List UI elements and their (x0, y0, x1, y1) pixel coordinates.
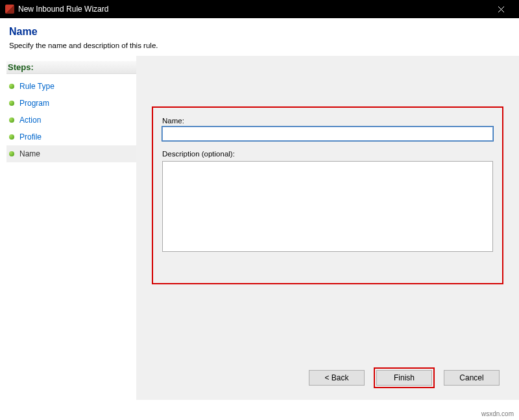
wizard-content: Name: Description (optional): < Back Fin… (136, 56, 519, 400)
watermark: wsxdn.com (481, 410, 514, 417)
description-input[interactable] (162, 161, 493, 252)
step-bullet-icon (9, 101, 14, 106)
close-icon (498, 6, 505, 13)
name-input[interactable] (162, 127, 493, 141)
step-bullet-icon (9, 151, 14, 156)
step-label: Rule Type (19, 82, 54, 91)
step-bullet-icon (9, 134, 14, 140)
description-label: Description (optional): (162, 150, 493, 158)
window-title: New Inbound Rule Wizard (18, 5, 108, 14)
page-subtitle: Specify the name and description of this… (9, 42, 510, 49)
titlebar: New Inbound Rule Wizard (0, 0, 519, 18)
steps-sidebar: Steps: Rule Type Program Action Profile … (0, 56, 136, 400)
step-name[interactable]: Name (6, 145, 136, 162)
step-program[interactable]: Program (6, 95, 136, 112)
step-label: Name (19, 149, 40, 158)
step-bullet-icon (9, 117, 14, 123)
wizard-header: Name Specify the name and description of… (0, 18, 519, 56)
step-label: Profile (19, 132, 42, 142)
page-title: Name (9, 26, 510, 38)
name-label: Name: (162, 117, 493, 125)
step-label: Program (19, 99, 49, 108)
finish-button[interactable]: Finish (376, 370, 432, 386)
wizard-buttons: < Back Finish Cancel (308, 367, 501, 388)
firewall-icon (5, 5, 14, 14)
step-rule-type[interactable]: Rule Type (6, 78, 136, 95)
step-label: Action (19, 116, 41, 125)
step-action[interactable]: Action (6, 112, 136, 129)
wizard-body: Steps: Rule Type Program Action Profile … (0, 56, 519, 400)
step-bullet-icon (9, 84, 14, 89)
back-button[interactable]: < Back (309, 370, 365, 386)
form-highlight: Name: Description (optional): (152, 106, 503, 284)
close-button[interactable] (488, 0, 514, 18)
cancel-button[interactable]: Cancel (444, 370, 500, 386)
step-profile[interactable]: Profile (6, 129, 136, 145)
finish-highlight: Finish (374, 367, 435, 388)
steps-heading: Steps: (6, 61, 136, 74)
